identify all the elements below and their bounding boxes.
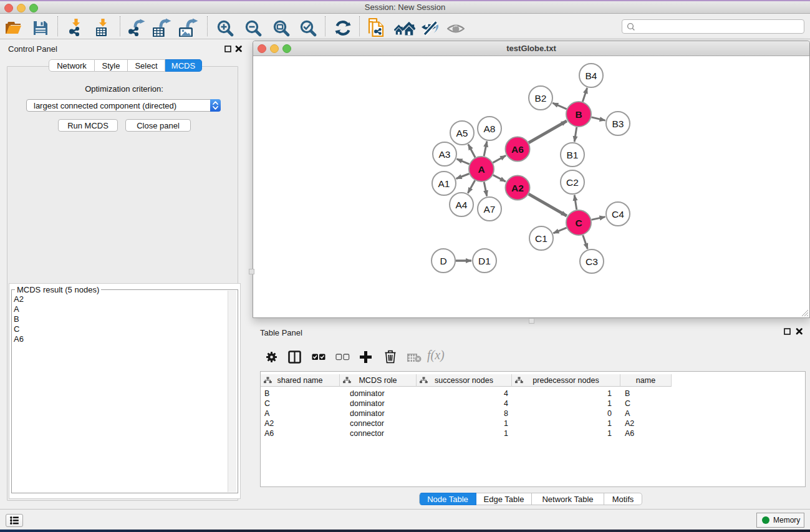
svg-text:A2: A2 (511, 183, 524, 193)
svg-text:C4: C4 (612, 209, 624, 220)
svg-text:B1: B1 (567, 150, 579, 160)
svg-text:B2: B2 (535, 93, 547, 104)
svg-text:A6: A6 (511, 144, 524, 155)
svg-text:B4: B4 (586, 70, 597, 81)
svg-text:A4: A4 (456, 200, 468, 210)
svg-text:A7: A7 (484, 204, 496, 215)
svg-text:C3: C3 (586, 256, 598, 267)
svg-text:A: A (478, 164, 485, 175)
svg-text:D1: D1 (478, 256, 491, 266)
svg-text:A3: A3 (439, 149, 451, 160)
svg-text:C: C (575, 218, 582, 228)
svg-text:D: D (440, 256, 446, 266)
svg-text:B3: B3 (612, 118, 624, 129)
svg-text:A1: A1 (438, 178, 450, 189)
svg-text:B: B (575, 109, 582, 120)
svg-text:C2: C2 (566, 177, 579, 188)
svg-text:A5: A5 (456, 128, 468, 138)
svg-text:C1: C1 (535, 233, 547, 244)
svg-text:A8: A8 (484, 123, 496, 134)
